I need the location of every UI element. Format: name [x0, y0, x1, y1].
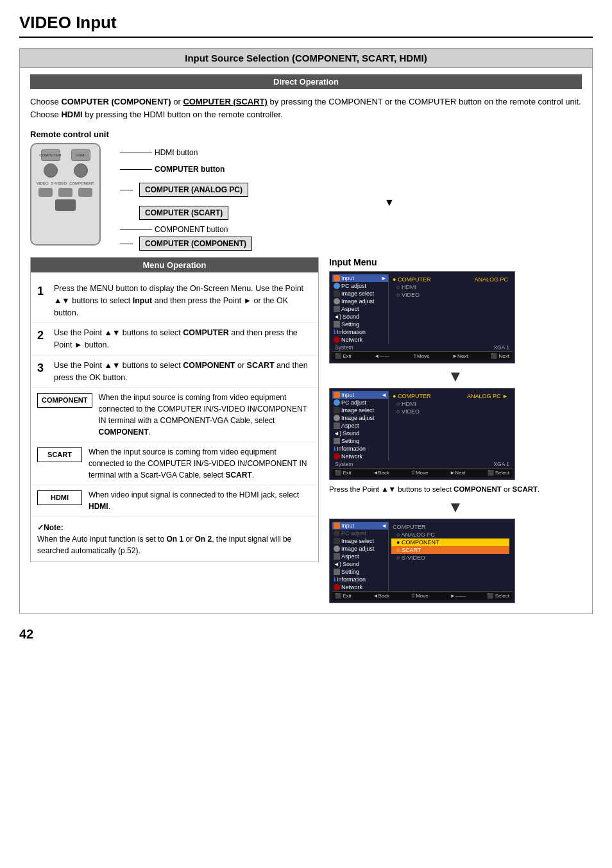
menu3-bottom: ⬛ Exit◄Back⇧Move►------⬛ Select: [332, 591, 512, 600]
arrow-between-1-2: ▼: [329, 367, 582, 385]
menu-operation-header: Menu Operation: [31, 258, 318, 272]
scart-term-text: When the input source is coming from vid…: [89, 446, 312, 481]
remote-label: Remote control unit: [30, 129, 582, 139]
hdmi-button-label: HDMI button: [155, 148, 198, 157]
step-1: 1 Press the MENU button to display the O…: [31, 279, 318, 323]
intro-text: Choose COMPUTER (COMPONENT) or COMPUTER …: [30, 96, 582, 121]
menu-item-imagesel-1: Image select: [332, 290, 388, 297]
menu-item-sound-1: ◄) Sound: [332, 313, 388, 321]
remote-image: COMPUTER HDMI VID: [30, 143, 107, 251]
menu-item-info-1: ℹ Information: [332, 328, 388, 336]
menu-screenshot-1: Input ► PC adjust Image select: [329, 271, 515, 363]
menu1-bottom: ⬛ Exit◄------⇧Move►Next⬛ Next: [332, 351, 512, 360]
step-1-text: Press the MENU button to display the On-…: [54, 283, 312, 319]
caption-2: Press the Point ▲▼ buttons to select COM…: [329, 484, 582, 494]
menu-item-imageadj-1: Image adjust: [332, 297, 388, 305]
menu-item-sound-3: ◄) Sound: [332, 560, 388, 568]
menu1-system: SystemXGA 1: [332, 344, 512, 351]
menu2-system: SystemXGA 1: [332, 460, 512, 468]
menu-item-pcadjust-2: PC adjust: [332, 399, 388, 406]
menu-item-aspect-2: Aspect: [332, 422, 388, 430]
hdmi-term: HDMI When video input signal is connecte…: [31, 485, 318, 517]
component-term: COMPONENT When the input source is comin…: [31, 388, 318, 442]
callout-area: HDMI button COMPUTER button COMPUTER (AN…: [120, 143, 582, 251]
step-2: 2 Use the Point ▲▼ buttons to select COM…: [31, 323, 318, 356]
left-column: Menu Operation 1 Press the MENU button t…: [30, 257, 319, 607]
arrow-between-2-3: ▼: [329, 498, 582, 516]
hdmi-term-text: When video input signal is connected to …: [89, 489, 312, 512]
scart-term-label: SCART: [37, 447, 82, 462]
direct-operation-header: Direct Operation: [30, 74, 582, 89]
right-column: Input Menu Input ► PC adjust: [329, 257, 582, 607]
menu-item-imagesel-3: Image select: [332, 537, 388, 545]
scart-term: SCART When the input source is coming fr…: [31, 442, 318, 485]
menu-item-input-2: Input ◄: [332, 391, 388, 399]
step-3: 3 Use the Point ▲▼ buttons to select COM…: [31, 356, 318, 388]
step-2-num: 2: [37, 327, 49, 351]
component-term-text: When the input source is coming from vid…: [99, 392, 312, 438]
menu-item-aspect-1: Aspect: [332, 305, 388, 313]
menu-item-setting-2: Setting: [332, 437, 388, 445]
menu-item-setting-3: Setting: [332, 568, 388, 576]
step-1-num: 1: [37, 283, 49, 319]
note-section: ✓Note: When the Auto input function is s…: [31, 517, 318, 562]
menu-item-aspect-3: Aspect: [332, 553, 388, 560]
menu-screenshot-2: Input ◄ PC adjust Image select: [329, 388, 515, 480]
page-title: VIDEO Input: [19, 13, 593, 38]
analog-pc-box: COMPUTER (ANALOG PC): [139, 183, 248, 197]
two-col-layout: Menu Operation 1 Press the MENU button t…: [30, 257, 582, 607]
menu-item-network-2: Network: [332, 453, 388, 460]
step-2-text: Use the Point ▲▼ buttons to select COMPU…: [54, 327, 312, 351]
menu-item-info-3: ℹ Information: [332, 576, 388, 583]
scart-highlighted: ○ SCART: [391, 546, 509, 554]
menu-item-info-2: ℹ Information: [332, 445, 388, 453]
note-title: ✓Note:: [37, 523, 64, 532]
menu-item-input-1: Input ►: [332, 274, 388, 282]
menu-item-setting-1: Setting: [332, 321, 388, 328]
main-section-box: Input Source Selection (COMPONENT, SCART…: [19, 48, 593, 614]
note-text: When the Auto input function is set to O…: [37, 535, 291, 555]
menu-operation-box: Menu Operation 1 Press the MENU button t…: [30, 257, 319, 562]
main-section-header: Input Source Selection (COMPONENT, SCART…: [20, 49, 592, 68]
input-menu-title: Input Menu: [329, 257, 582, 267]
step-3-num: 3: [37, 360, 49, 384]
menu-item-imagesel-2: Image select: [332, 406, 388, 414]
component-term-label: COMPONENT: [37, 393, 92, 408]
menu-item-network-1: Network: [332, 336, 388, 344]
menu-screenshot-3: Input ◄ PC adjust Image select: [329, 519, 515, 603]
hdmi-term-label: HDMI: [37, 490, 82, 505]
menu-item-pcadjust-1: PC adjust: [332, 282, 388, 290]
menu-item-sound-2: ◄) Sound: [332, 430, 388, 437]
component-selected: ● COMPONENT: [391, 538, 509, 546]
remote-section: Remote control unit COMPUTER HDMI: [30, 129, 582, 251]
scart-box: COMPUTER (SCART): [139, 206, 228, 220]
component-box: COMPUTER (COMPONENT): [139, 237, 252, 251]
page-number: 42: [19, 627, 593, 642]
menu-item-pcadjust-3: PC adjust: [332, 530, 388, 537]
menu-item-input-3: Input ◄: [332, 522, 388, 530]
menu2-bottom: ⬛ Exit◄Back⇧Move►Next⬛ Select: [332, 468, 512, 477]
menu-item-network-3: Network: [332, 583, 388, 591]
component-button-label: COMPONENT button: [155, 225, 228, 234]
step-3-text: Use the Point ▲▼ buttons to select COMPO…: [54, 360, 312, 384]
computer-button-label: COMPUTER button: [155, 165, 225, 174]
menu-item-imageadj-2: Image adjust: [332, 414, 388, 422]
menu-item-imageadj-3: Image adjust: [332, 545, 388, 553]
